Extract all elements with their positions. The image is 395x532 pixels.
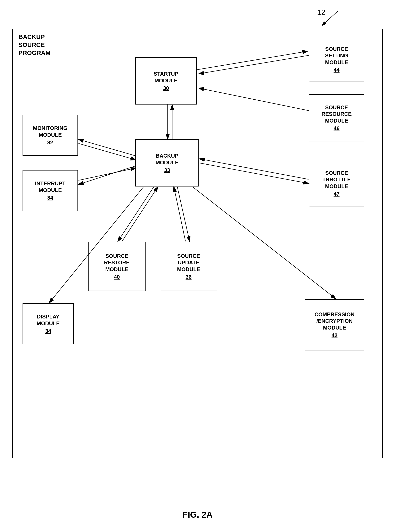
source-throttle-module-number: 47 <box>334 191 340 197</box>
source-resource-module-name: SOURCERESOURCEMODULE <box>321 104 351 124</box>
compression-module-name: COMPRESSION/ENCRYPTIONMODULE <box>314 311 354 331</box>
display-module: DISPLAYMODULE 34 <box>22 303 74 344</box>
monitoring-module-number: 32 <box>47 139 53 146</box>
source-update-module-name: SOURCEUPDATEMODULE <box>177 253 200 273</box>
startup-module-number: 30 <box>163 85 169 91</box>
svg-line-1 <box>325 11 338 22</box>
source-update-module: SOURCEUPDATEMODULE 36 <box>160 242 217 291</box>
source-update-module-number: 36 <box>186 274 192 280</box>
display-module-name: DISPLAYMODULE <box>37 313 60 327</box>
source-throttle-module: SOURCETHROTTLEMODULE 47 <box>309 160 364 207</box>
startup-module: STARTUPMODULE 30 <box>135 57 197 104</box>
source-setting-module-name: SOURCESETTINGMODULE <box>325 46 348 66</box>
ref-arrow <box>321 9 342 26</box>
monitoring-module-name: MONITORINGMODULE <box>33 125 68 138</box>
page-container: 12 BACKUP SOURCE PROGRAM STARTUPMODULE 3… <box>0 0 395 532</box>
source-restore-module-number: 40 <box>114 274 120 280</box>
compression-module-number: 42 <box>332 332 338 339</box>
source-throttle-module-name: SOURCETHROTTLEMODULE <box>323 170 351 190</box>
source-setting-module: SOURCESETTINGMODULE 44 <box>309 37 364 82</box>
monitoring-module: MONITORINGMODULE 32 <box>22 115 78 156</box>
source-restore-module-name: SOURCERESTOREMODULE <box>104 253 130 273</box>
program-label: BACKUP SOURCE PROGRAM <box>18 33 51 57</box>
backup-module-name: BACKUPMODULE <box>156 152 179 166</box>
compression-module: COMPRESSION/ENCRYPTIONMODULE 42 <box>305 299 364 350</box>
interrupt-module-name: INTERRUPTMODULE <box>35 180 66 193</box>
source-restore-module: SOURCERESTOREMODULE 40 <box>88 242 146 291</box>
source-resource-module: SOURCERESOURCEMODULE 46 <box>309 94 364 141</box>
interrupt-module-number: 34 <box>47 195 53 201</box>
backup-module: BACKUPMODULE 33 <box>135 139 199 186</box>
backup-module-number: 33 <box>164 167 170 173</box>
source-resource-module-number: 46 <box>334 125 340 131</box>
source-setting-module-number: 44 <box>334 67 340 73</box>
startup-module-name: STARTUPMODULE <box>154 71 179 84</box>
display-module-number: 34 <box>45 328 51 334</box>
figure-label: FIG. 2A <box>182 510 213 520</box>
interrupt-module: INTERRUPTMODULE 34 <box>22 170 78 211</box>
